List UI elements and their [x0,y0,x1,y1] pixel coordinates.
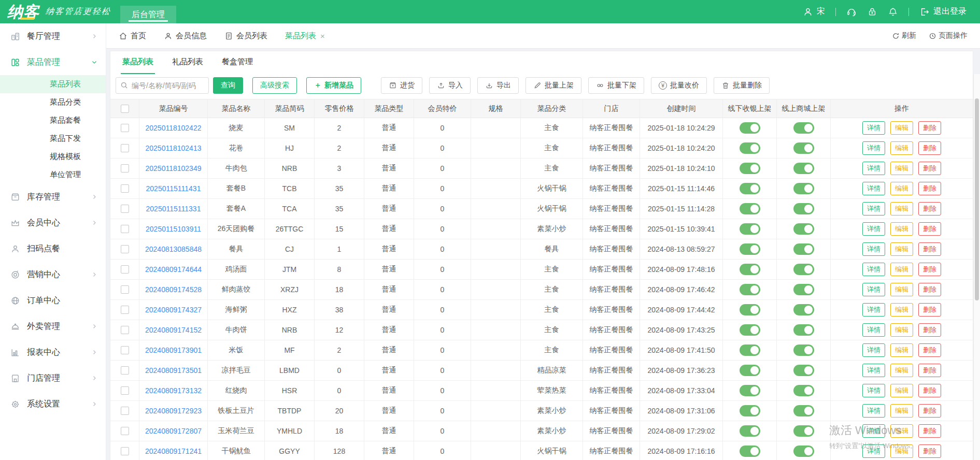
row-checkbox[interactable] [121,386,129,395]
pos-shelf-toggle[interactable] [740,223,760,235]
detail-button[interactable]: 详情 [862,263,885,276]
dish-code-link[interactable]: 20240809174528 [145,285,202,294]
tab-member-list[interactable]: 会员列表 [224,31,267,41]
search-input[interactable] [116,77,209,94]
page-operations-button[interactable]: 页面操作 [929,31,968,40]
delete-button[interactable]: 删除 [918,364,941,377]
pos-shelf-toggle[interactable] [740,163,760,174]
sidebar-item-unit-management[interactable]: 单位管理 [0,166,106,184]
pos-shelf-toggle[interactable] [740,284,760,295]
row-checkbox[interactable] [121,447,129,455]
delete-button[interactable]: 删除 [918,222,941,236]
delete-button[interactable]: 删除 [918,444,941,458]
mall-shelf-toggle[interactable] [793,405,814,416]
edit-button[interactable]: 编辑 [890,323,913,337]
sidebar-item-system-settings[interactable]: 系统设置 [0,391,106,417]
detail-button[interactable]: 详情 [862,444,885,458]
batch-delete-button[interactable]: 批量删除 [714,77,770,94]
pos-shelf-toggle[interactable] [740,122,760,134]
advanced-search-button[interactable]: 高级搜索 [252,77,297,94]
row-checkbox[interactable] [121,225,129,233]
delete-button[interactable]: 删除 [918,121,941,135]
pos-shelf-toggle[interactable] [740,203,760,214]
batch-on-shelf-button[interactable]: 批量上架 [525,77,581,94]
edit-button[interactable]: 编辑 [890,141,913,155]
pos-shelf-toggle[interactable] [740,405,760,416]
sidebar-item-dish-list[interactable]: 菜品列表 [0,75,106,93]
batch-reprice-button[interactable]: ¥ 批量改价 [651,77,707,94]
dish-code-link[interactable]: 20250118102413 [146,144,202,152]
scrollbar-thumb[interactable] [975,98,979,300]
detail-button[interactable]: 详情 [862,202,885,215]
sidebar-item-marketing-center[interactable]: 营销中心 [0,262,106,288]
detail-button[interactable]: 详情 [862,343,885,357]
mall-shelf-toggle[interactable] [793,445,814,457]
mall-shelf-toggle[interactable] [793,243,814,255]
delete-button[interactable]: 删除 [918,162,941,175]
detail-button[interactable]: 详情 [862,162,885,175]
edit-button[interactable]: 编辑 [890,202,913,215]
pos-shelf-toggle[interactable] [740,425,760,437]
nav-tab-backstage[interactable]: 后台管理 [120,6,176,23]
pos-shelf-toggle[interactable] [740,264,760,275]
vertical-scrollbar[interactable] [973,74,980,460]
dish-code-link[interactable]: 20250115111431 [146,184,201,193]
batch-off-shelf-button[interactable]: 批量下架 [588,77,644,94]
row-checkbox[interactable] [121,285,129,294]
sidebar-item-spec-template[interactable]: 规格模板 [0,148,106,166]
dish-code-link[interactable]: 20250118102422 [146,124,202,132]
pos-shelf-toggle[interactable] [740,243,760,255]
dish-code-link[interactable]: 20240809172807 [145,427,202,435]
mall-shelf-toggle[interactable] [793,142,814,154]
sidebar-item-restaurant[interactable]: 餐厅管理 [0,23,106,49]
row-checkbox[interactable] [121,427,129,435]
edit-button[interactable]: 编辑 [890,263,913,276]
edit-button[interactable]: 编辑 [890,303,913,317]
tab-mealbox-management[interactable]: 餐盒管理 [220,57,254,74]
dish-code-link[interactable]: 20240809173901 [145,346,202,354]
pos-shelf-toggle[interactable] [740,304,760,315]
edit-button[interactable]: 编辑 [890,182,913,195]
row-checkbox[interactable] [121,306,129,314]
dish-code-link[interactable]: 20240809171241 [145,447,202,455]
edit-button[interactable]: 编辑 [890,343,913,357]
mall-shelf-toggle[interactable] [793,365,814,376]
edit-button[interactable]: 编辑 [890,222,913,236]
edit-button[interactable]: 编辑 [890,121,913,135]
tab-dish-list-inner[interactable]: 菜品列表 [121,57,155,74]
mall-shelf-toggle[interactable] [793,385,814,396]
dish-code-link[interactable]: 20240809173132 [145,386,202,395]
sidebar-item-dish-dispatch[interactable]: 菜品下发 [0,130,106,148]
dish-code-link[interactable]: 20250115103911 [146,225,201,233]
add-dish-button[interactable]: ＋新增菜品 [306,77,361,94]
edit-button[interactable]: 编辑 [890,444,913,458]
edit-button[interactable]: 编辑 [890,364,913,377]
refresh-button[interactable]: 刷新 [892,31,916,40]
detail-button[interactable]: 详情 [862,303,885,317]
mall-shelf-toggle[interactable] [793,324,814,336]
detail-button[interactable]: 详情 [862,384,885,397]
row-checkbox[interactable] [121,265,129,274]
export-button[interactable]: 导出 [477,77,519,94]
pos-shelf-toggle[interactable] [740,324,760,336]
delete-button[interactable]: 删除 [918,182,941,195]
sidebar-item-scan-order[interactable]: 扫码点餐 [0,236,106,262]
row-checkbox[interactable] [121,407,129,415]
detail-button[interactable]: 详情 [862,283,885,296]
delete-button[interactable]: 删除 [918,384,941,397]
dish-code-link[interactable]: 20240813085848 [145,245,202,253]
dish-code-link[interactable]: 20250115111331 [146,205,201,213]
mall-shelf-toggle[interactable] [793,163,814,174]
mall-shelf-toggle[interactable] [793,344,814,356]
row-checkbox[interactable] [121,144,129,152]
detail-button[interactable]: 详情 [862,141,885,155]
edit-button[interactable]: 编辑 [890,384,913,397]
edit-button[interactable]: 编辑 [890,242,913,256]
sidebar-item-inventory[interactable]: 库存管理 [0,184,106,210]
detail-button[interactable]: 详情 [862,404,885,418]
dish-code-link[interactable]: 20240809173501 [145,366,202,375]
delete-button[interactable]: 删除 [918,404,941,418]
detail-button[interactable]: 详情 [862,323,885,337]
pos-shelf-toggle[interactable] [740,365,760,376]
row-checkbox[interactable] [121,124,129,132]
